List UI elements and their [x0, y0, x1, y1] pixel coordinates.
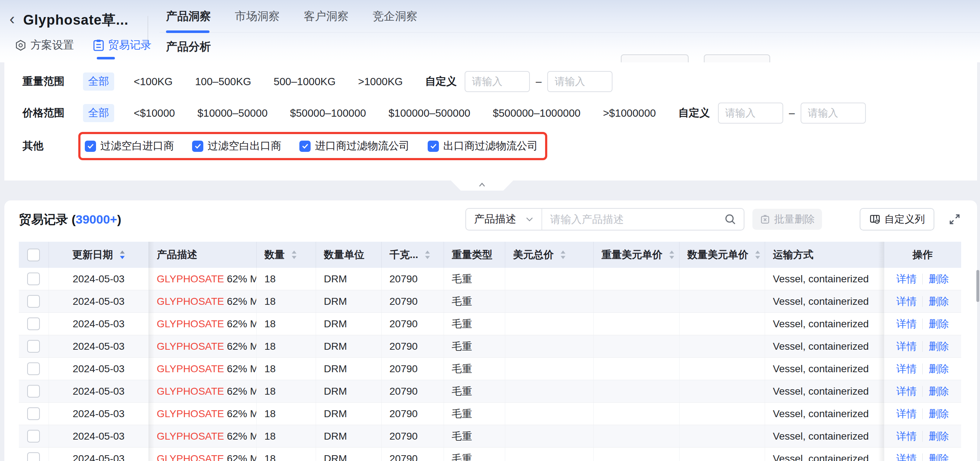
cell-weight-type: 毛重 — [444, 448, 505, 461]
row-checkbox[interactable] — [27, 385, 40, 397]
other-checkbox-1[interactable]: 过滤空白进口商 — [85, 139, 174, 153]
weight-option-2[interactable]: 100–500KG — [195, 76, 251, 88]
back-chevron-icon[interactable]: ‹ — [10, 11, 15, 27]
weight-option-3[interactable]: 500–1000KG — [274, 76, 336, 88]
weight-max-input[interactable] — [547, 71, 612, 92]
highlighted-keyword: GLYPHOSATE — [157, 341, 224, 352]
sort-icon[interactable] — [291, 250, 297, 259]
price-option-all[interactable]: 全部 — [83, 104, 114, 122]
cell-product-desc: GLYPHOSATE 62% MUP – I... — [149, 290, 256, 313]
weight-option-all[interactable]: 全部 — [83, 73, 114, 91]
column-header-1[interactable]: 更新日期 — [49, 242, 149, 268]
table-row: 2024-05-03GLYPHOSATE 62% MUP – I...18DRM… — [19, 448, 961, 461]
delete-link[interactable]: 删除 — [929, 340, 949, 353]
row-checkbox[interactable] — [27, 318, 40, 330]
row-checkbox[interactable] — [27, 430, 40, 442]
row-checkbox[interactable] — [27, 362, 40, 375]
sort-icon[interactable] — [560, 250, 566, 259]
table-row: 2024-05-03GLYPHOSATE 62% MUP – I...18DRM… — [19, 313, 961, 335]
price-min-input[interactable] — [718, 103, 783, 124]
other-checkbox-2[interactable]: 过滤空白出口商 — [192, 139, 281, 153]
cell-qty: 18 — [256, 313, 316, 335]
price-option-1[interactable]: <$10000 — [134, 107, 175, 119]
detail-link[interactable]: 详情 — [896, 429, 916, 443]
sort-icon[interactable] — [669, 250, 675, 259]
search-input[interactable] — [542, 213, 724, 226]
price-option-5[interactable]: $500000–1000000 — [493, 107, 581, 119]
cell-product-desc: GLYPHOSATE 62% MUP – I... — [149, 448, 256, 461]
price-max-input[interactable] — [800, 103, 866, 124]
detail-link[interactable]: 详情 — [896, 385, 916, 398]
cell-weight-type: 毛重 — [444, 313, 505, 335]
row-checkbox[interactable] — [27, 452, 40, 461]
detail-link[interactable]: 详情 — [896, 362, 916, 376]
delete-link[interactable]: 删除 — [929, 317, 949, 331]
weight-min-input[interactable] — [465, 71, 530, 92]
column-header-9[interactable]: 数量美元单价 — [679, 242, 765, 268]
delete-link[interactable]: 删除 — [929, 385, 949, 398]
cell-usd-per-qty — [679, 448, 765, 461]
cell-transport: Vessel, containerized — [765, 290, 884, 313]
fullscreen-button[interactable] — [948, 213, 961, 226]
table-header-row: 更新日期产品描述数量数量单位千克...重量类型美元总价重量美元单价数量美元单价运… — [19, 242, 961, 268]
row-checkbox[interactable] — [27, 295, 40, 308]
delete-link[interactable]: 删除 — [929, 295, 949, 308]
custom-columns-button[interactable]: 自定义列 — [860, 208, 934, 230]
subtab-trade-records[interactable]: 贸易记录 — [93, 38, 151, 52]
column-header-3[interactable]: 数量 — [256, 242, 316, 268]
sort-icon[interactable] — [425, 250, 430, 259]
weight-option-4[interactable]: >1000KG — [358, 76, 402, 88]
cell-qty-unit: DRM — [316, 335, 381, 358]
search-button[interactable] — [724, 213, 744, 226]
subtab-plan-settings[interactable]: 方案设置 — [14, 38, 74, 52]
column-label: 美元总价 — [513, 248, 554, 262]
delete-link[interactable]: 删除 — [929, 407, 949, 421]
cell-qty-unit: DRM — [316, 448, 381, 461]
row-checkbox[interactable] — [27, 340, 40, 353]
tab-product-analysis[interactable]: 产品分析 — [166, 39, 211, 54]
cell-date: 2024-05-03 — [49, 335, 149, 358]
delete-link[interactable]: 删除 — [929, 362, 949, 376]
delete-link[interactable]: 删除 — [929, 429, 949, 443]
column-header-7[interactable]: 美元总价 — [505, 242, 593, 268]
price-option-3[interactable]: $50000–100000 — [290, 107, 366, 119]
weight-range-row: 重量范围 全部 <100KG100–500KG500–1000KG>1000KG… — [22, 71, 966, 92]
cell-transport: Vessel, containerized — [765, 425, 884, 448]
nav-tab-4[interactable]: 竞企洞察 — [372, 9, 417, 24]
select-all-checkbox[interactable] — [27, 249, 40, 261]
subtab-label: 贸易记录 — [108, 38, 151, 52]
detail-link[interactable]: 详情 — [896, 295, 916, 308]
search-field-select[interactable]: 产品描述 — [466, 209, 542, 230]
subtabs: 方案设置 贸易记录 — [14, 38, 151, 52]
batch-delete-button[interactable]: 批量删除 — [752, 209, 822, 230]
detail-link[interactable]: 详情 — [896, 340, 916, 353]
nav-tab-2[interactable]: 市场洞察 — [235, 9, 280, 24]
vertical-scrollbar-thumb[interactable] — [976, 270, 979, 302]
detail-link[interactable]: 详情 — [896, 317, 916, 331]
detail-link[interactable]: 详情 — [896, 452, 916, 461]
other-checkbox-3[interactable]: 进口商过滤物流公司 — [299, 139, 410, 153]
delete-link[interactable]: 删除 — [929, 452, 949, 461]
delete-link[interactable]: 删除 — [929, 272, 949, 286]
cell-usd-per-qty — [679, 425, 765, 448]
highlighted-keyword: GLYPHOSATE — [157, 453, 224, 461]
page-title: Glyphosate草... — [23, 11, 129, 29]
price-option-2[interactable]: $10000–50000 — [197, 107, 268, 119]
price-option-6[interactable]: >$1000000 — [603, 107, 656, 119]
detail-link[interactable]: 详情 — [896, 407, 916, 421]
trade-records-table: 更新日期产品描述数量数量单位千克...重量类型美元总价重量美元单价数量美元单价运… — [19, 242, 961, 461]
other-checkbox-4[interactable]: 出口商过滤物流公司 — [428, 139, 538, 153]
price-option-4[interactable]: $100000–500000 — [388, 107, 471, 119]
sort-icon[interactable] — [119, 250, 125, 259]
row-checkbox[interactable] — [27, 273, 40, 285]
column-header-8[interactable]: 重量美元单价 — [593, 242, 679, 268]
column-header-5[interactable]: 千克... — [381, 242, 444, 268]
records-title: 贸易记录 (39000+) — [19, 211, 121, 228]
nav-tab-1[interactable]: 产品洞察 — [166, 9, 211, 24]
weight-option-1[interactable]: <100KG — [134, 76, 172, 88]
detail-link[interactable]: 详情 — [896, 272, 916, 286]
row-checkbox[interactable] — [27, 407, 40, 420]
sort-icon[interactable] — [755, 250, 760, 259]
collapse-filters-tab[interactable] — [451, 181, 513, 191]
nav-tab-3[interactable]: 客户洞察 — [304, 9, 348, 24]
